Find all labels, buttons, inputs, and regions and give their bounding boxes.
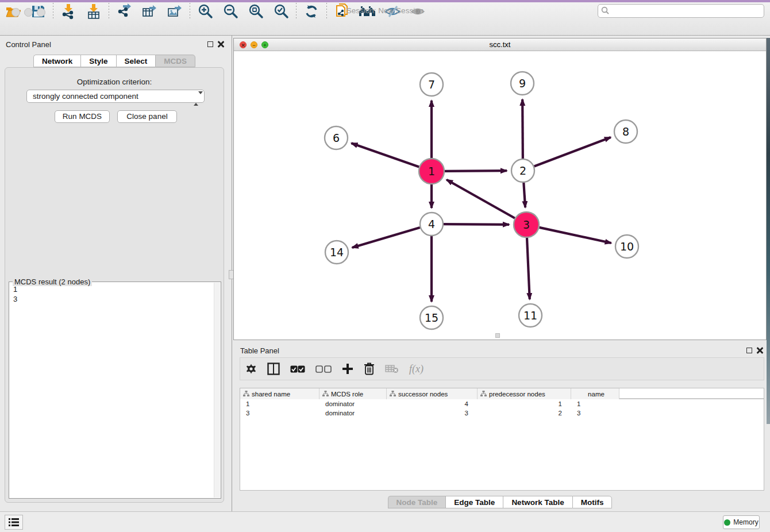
svg-text:11: 11 xyxy=(523,309,537,322)
status-bar: Memory xyxy=(0,511,770,532)
float-panel-icon[interactable] xyxy=(207,41,213,47)
table-cell[interactable]: 1 xyxy=(240,399,319,408)
tab-style[interactable]: Style xyxy=(80,55,116,67)
network-window-titlebar[interactable]: ✕ − + scc.txt xyxy=(234,38,766,51)
column-header-successor-nodes[interactable]: successor nodes xyxy=(387,388,478,399)
desktop-background-strip-right xyxy=(767,38,770,424)
delete-table-icon[interactable] xyxy=(385,364,399,373)
list-icon xyxy=(9,518,19,526)
settings-gear-icon[interactable] xyxy=(245,363,257,375)
tab-network-table[interactable]: Network Table xyxy=(503,496,572,508)
search-input[interactable] xyxy=(598,4,764,18)
column-header-predecessor-nodes[interactable]: predecessor nodes xyxy=(478,388,571,399)
select-all-checkboxes-icon[interactable] xyxy=(290,365,305,373)
close-panel-icon[interactable] xyxy=(217,41,224,48)
graph-node-11[interactable]: 11 xyxy=(519,304,542,327)
memory-label: Memory xyxy=(733,518,758,526)
svg-text:6: 6 xyxy=(333,132,340,144)
result-scrollbar[interactable] xyxy=(214,283,220,498)
tab-edge-table[interactable]: Edge Table xyxy=(445,496,503,508)
svg-text:10: 10 xyxy=(620,240,634,253)
control-panel: Control Panel Network Style Select MCDS … xyxy=(0,36,229,511)
edge-1-2[interactable] xyxy=(445,171,507,171)
edge-3-1[interactable] xyxy=(446,180,515,218)
column-layout-icon[interactable] xyxy=(267,363,280,375)
view-splitter-handle[interactable] xyxy=(495,333,500,338)
column-tree-icon xyxy=(243,391,249,397)
deselect-checkboxes-icon[interactable] xyxy=(315,365,332,373)
edge-2-3[interactable] xyxy=(523,183,525,207)
edge-2-8[interactable] xyxy=(534,137,611,167)
svg-text:7: 7 xyxy=(428,78,435,91)
svg-text:4: 4 xyxy=(428,218,435,230)
edge-1-6[interactable] xyxy=(351,143,419,167)
table-row[interactable]: 1dominator411 xyxy=(240,399,764,408)
table-cell[interactable]: 2 xyxy=(478,408,571,418)
column-header-shared-name[interactable]: shared name xyxy=(240,388,319,399)
mcds-result-title: MCDS result (2 nodes) xyxy=(13,277,92,286)
tab-mcds[interactable]: MCDS xyxy=(155,55,195,67)
table-body: 1dominator4113dominator323 xyxy=(240,399,764,418)
search-field[interactable] xyxy=(598,4,764,18)
graph-node-4[interactable]: 4 xyxy=(420,213,443,236)
table-panel: Table Panel f(x) shared nameMCDS rolesuc… xyxy=(233,342,767,511)
table-cell[interactable]: 3 xyxy=(571,408,619,418)
table-cell[interactable]: 1 xyxy=(478,399,571,408)
graph-node-1[interactable]: 1 xyxy=(419,159,444,184)
svg-text:9: 9 xyxy=(519,77,526,90)
tab-select[interactable]: Select xyxy=(116,55,156,67)
optimization-criterion-value: strongly connected component xyxy=(33,92,138,101)
control-panel-title: Control Panel xyxy=(6,40,51,49)
tab-node-table[interactable]: Node Table xyxy=(388,496,446,508)
tab-network[interactable]: Network xyxy=(33,55,80,67)
search-icon xyxy=(601,6,610,15)
network-view-window: ✕ − + scc.txt 7968124314101511 xyxy=(233,38,767,340)
task-history-button[interactable] xyxy=(5,515,23,530)
add-column-icon[interactable] xyxy=(342,363,353,375)
run-mcds-button[interactable]: Run MCDS xyxy=(55,110,110,123)
graph-node-6[interactable]: 6 xyxy=(325,126,348,149)
column-header-name[interactable]: name xyxy=(571,388,619,399)
close-panel-icon[interactable] xyxy=(756,347,763,354)
edge-3-10[interactable] xyxy=(539,228,611,243)
function-builder-icon[interactable]: f(x) xyxy=(409,363,424,375)
edge-4-14[interactable] xyxy=(352,228,420,248)
table-cell[interactable]: 3 xyxy=(240,408,319,418)
svg-text:14: 14 xyxy=(330,246,344,259)
delete-column-trash-icon[interactable] xyxy=(364,363,375,375)
edge-4-3[interactable] xyxy=(444,224,509,225)
column-header-MCDS-role[interactable]: MCDS role xyxy=(319,388,387,399)
graph-node-3[interactable]: 3 xyxy=(514,212,539,237)
graph-node-10[interactable]: 10 xyxy=(615,235,638,258)
table-cell[interactable]: dominator xyxy=(319,399,387,408)
edge-2-9[interactable] xyxy=(522,99,523,159)
node-table[interactable]: shared nameMCDS rolesuccessor nodesprede… xyxy=(240,388,764,491)
table-cell[interactable]: dominator xyxy=(319,408,387,418)
tab-motifs[interactable]: Motifs xyxy=(572,496,613,508)
graph-node-14[interactable]: 14 xyxy=(325,241,348,264)
mcds-panel-content: Optimization criterion: strongly connect… xyxy=(5,67,224,503)
close-panel-button[interactable]: Close panel xyxy=(117,110,177,123)
mcds-result-group: MCDS result (2 nodes) 1 3 xyxy=(9,282,221,499)
optimization-criterion-select[interactable]: strongly connected component xyxy=(26,90,205,103)
table-header-row: shared nameMCDS rolesuccessor nodesprede… xyxy=(240,388,764,399)
memory-status-icon xyxy=(724,519,730,526)
column-tree-icon xyxy=(390,391,396,397)
float-panel-icon[interactable] xyxy=(746,348,752,353)
network-view-title: scc.txt xyxy=(234,40,766,49)
graph-node-9[interactable]: 9 xyxy=(511,72,534,95)
table-cell[interactable]: 3 xyxy=(387,408,478,418)
memory-button[interactable]: Memory xyxy=(723,515,760,529)
network-graph-canvas[interactable]: 7968124314101511 xyxy=(234,51,766,340)
edge-3-11[interactable] xyxy=(527,238,530,299)
control-panel-header: Control Panel xyxy=(0,39,229,51)
graph-node-8[interactable]: 8 xyxy=(614,120,637,143)
graph-node-7[interactable]: 7 xyxy=(420,73,443,96)
table-row[interactable]: 3dominator323 xyxy=(240,408,764,418)
graph-node-15[interactable]: 15 xyxy=(420,306,443,329)
table-cell[interactable]: 4 xyxy=(387,399,478,408)
control-panel-tabs: Network Style Select MCDS xyxy=(0,55,229,67)
table-cell[interactable]: 1 xyxy=(571,399,619,408)
graph-node-2[interactable]: 2 xyxy=(511,159,534,182)
select-stepper-icon xyxy=(194,92,199,101)
